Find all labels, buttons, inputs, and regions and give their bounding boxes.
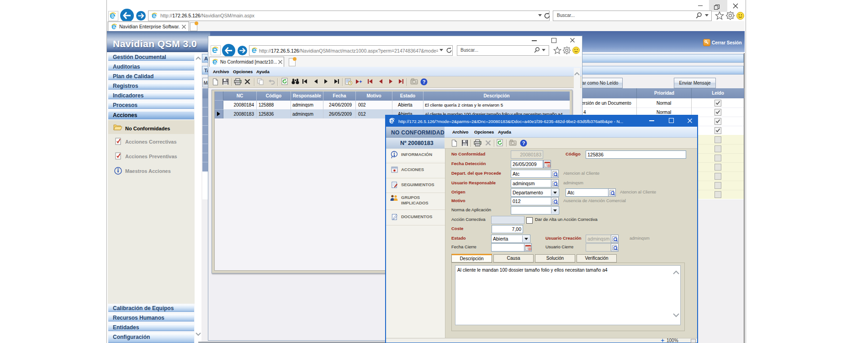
svg-text:?: ? [522,140,525,146]
svg-text:?: ? [423,79,426,85]
